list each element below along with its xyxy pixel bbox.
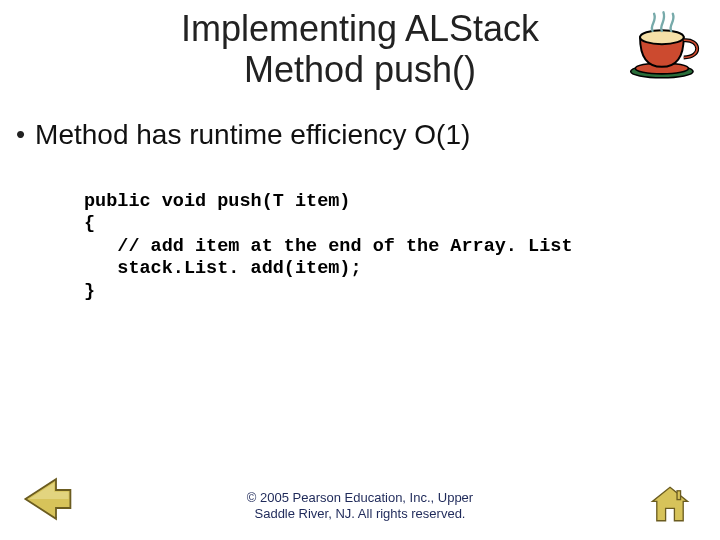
bullet-list: • Method has runtime efficiency O(1) bbox=[16, 119, 720, 151]
prev-slide-button[interactable] bbox=[20, 472, 74, 526]
code-block: public void push(T item) { // add item a… bbox=[84, 191, 720, 304]
svg-point-2 bbox=[640, 30, 684, 44]
code-line: public void push(T item) bbox=[84, 191, 350, 212]
bullet-dot-icon: • bbox=[16, 119, 25, 150]
home-button[interactable] bbox=[648, 482, 692, 526]
home-icon bbox=[648, 482, 692, 526]
bullet-text: Method has runtime efficiency O(1) bbox=[35, 119, 470, 151]
footer-line-2: Saddle River, NJ. All rights reserved. bbox=[255, 506, 466, 521]
code-line: { bbox=[84, 213, 95, 234]
svg-marker-5 bbox=[652, 487, 687, 520]
coffee-cup-icon bbox=[626, 6, 704, 84]
copyright-footer: © 2005 Pearson Education, Inc., Upper Sa… bbox=[0, 490, 720, 523]
title-line-2: Method push() bbox=[244, 49, 476, 90]
slide-title: Implementing ALStack Method push() bbox=[0, 0, 720, 91]
code-line: } bbox=[84, 281, 95, 302]
code-line: stack.List. add(item); bbox=[84, 258, 362, 279]
svg-rect-6 bbox=[677, 491, 681, 500]
code-line: // add item at the end of the Array. Lis… bbox=[84, 236, 572, 257]
title-line-1: Implementing ALStack bbox=[181, 8, 539, 49]
arrow-left-icon bbox=[20, 472, 74, 526]
bullet-item: • Method has runtime efficiency O(1) bbox=[16, 119, 720, 151]
footer-line-1: © 2005 Pearson Education, Inc., Upper bbox=[247, 490, 473, 505]
